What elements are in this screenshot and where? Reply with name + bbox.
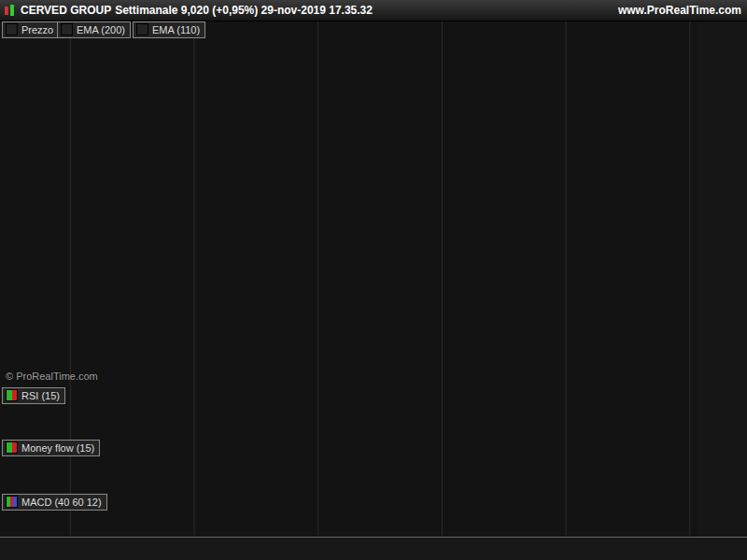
chart-canvas[interactable]	[0, 0, 747, 560]
legend-item-ema200[interactable]: EMA (200)	[57, 21, 131, 38]
moneyflow-label: Money flow (15)	[21, 442, 94, 454]
legend-item-price[interactable]: Prezzo	[2, 21, 59, 38]
macd-swatch-icon	[6, 496, 18, 508]
ema110-swatch-icon	[136, 23, 148, 35]
moneyflow-swatch-icon	[6, 441, 18, 454]
legend-label: Prezzo	[21, 24, 53, 35]
rsi-panel-label[interactable]: RSI (15)	[2, 387, 65, 404]
macd-label: MACD (40 60 12)	[21, 497, 102, 508]
rsi-swatch-icon	[6, 389, 18, 401]
macd-panel-label[interactable]: MACD (40 60 12)	[2, 494, 107, 511]
rsi-label: RSI (15)	[21, 390, 60, 401]
legend-label: EMA (110)	[152, 24, 200, 35]
price-swatch-icon	[6, 23, 18, 35]
legend-item-ema110[interactable]: EMA (110)	[133, 21, 205, 38]
ema200-swatch-icon	[61, 23, 73, 35]
proreal-time-chart-window: CERVED GROUP Settimanale 9,020 (+0,95%) …	[0, 0, 747, 560]
legend-label: EMA (200)	[77, 24, 125, 35]
watermark: © ProRealTime.com	[6, 371, 98, 382]
moneyflow-panel-label[interactable]: Money flow (15)	[2, 440, 100, 456]
